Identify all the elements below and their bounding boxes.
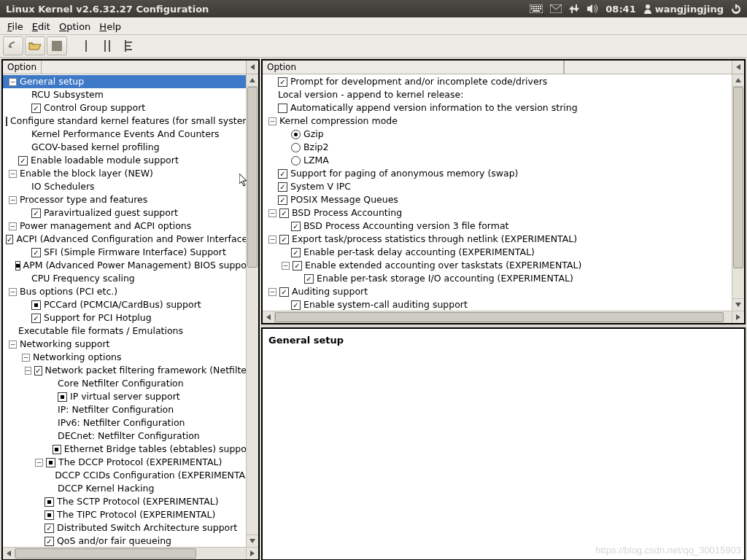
user-menu[interactable]: wangjingjing — [643, 4, 724, 15]
tree-row[interactable]: −Enable the block layer (NEW) — [3, 167, 258, 180]
tree-row[interactable]: CPU Frequency scaling — [3, 272, 258, 285]
single-view-button[interactable] — [76, 36, 96, 55]
svg-rect-11 — [533, 10, 540, 12]
tree-label: LZMA — [303, 154, 333, 167]
tree-row[interactable]: −Processor type and features — [3, 193, 258, 206]
left-hscroll[interactable] — [3, 547, 258, 559]
menu-option[interactable]: Option — [55, 20, 95, 34]
tree-row[interactable]: Core Netfilter Configuration — [3, 377, 258, 390]
menu-edit[interactable]: Edit — [28, 20, 55, 34]
tree-row[interactable]: ✓Control Group support — [3, 101, 258, 114]
tree-label: BSD Process Accounting version 3 file fo… — [303, 219, 513, 233]
tree-row[interactable]: ✓BSD Process Accounting version 3 file f… — [263, 219, 744, 233]
tree-row[interactable]: IO Schedulers — [3, 180, 258, 193]
left-col-option[interactable]: Option — [3, 61, 42, 74]
tree-row[interactable]: Local version - append to kernel release… — [263, 88, 744, 101]
tree-row[interactable]: ✓POSIX Message Queues — [263, 193, 744, 206]
tree-label: Distributed Switch Architecture support — [57, 521, 241, 534]
tree-row[interactable]: ✓System V IPC — [263, 180, 744, 193]
tree-label: System V IPC — [290, 180, 355, 193]
tree-row[interactable]: ✓SFI (Simple Firmware Interface) Support — [3, 246, 258, 259]
tree-row[interactable]: Automatically append version information… — [263, 101, 744, 114]
save-button[interactable] — [47, 36, 67, 55]
tree-row[interactable]: DECnet: Netfilter Configuration — [3, 429, 258, 443]
tree-row[interactable]: ✓Support for PCI Hotplug — [3, 311, 258, 324]
tree-row[interactable]: Bzip2 — [263, 141, 744, 154]
tree-label: Bus options (PCI etc.) — [20, 285, 122, 298]
tree-row[interactable]: −Power management and ACPI options — [3, 219, 258, 233]
svg-rect-3 — [535, 6, 537, 7]
full-view-button[interactable] — [120, 36, 140, 55]
tree-row[interactable]: IP: Netfilter Configuration — [3, 403, 258, 416]
right-panel: Option ✓Prompt for development and/or in… — [261, 59, 746, 324]
tree-row[interactable]: The SCTP Protocol (EXPERIMENTAL) — [3, 495, 258, 508]
tree-row[interactable]: −The DCCP Protocol (EXPERIMENTAL) — [3, 456, 258, 469]
tree-row[interactable]: Configure standard kernel features (for … — [3, 114, 258, 128]
tree-row[interactable]: DCCP CCIDs Configuration (EXPERIMENTAL) — [3, 469, 258, 482]
menu-help[interactable]: Help — [95, 20, 125, 34]
tree-row[interactable]: −Bus options (PCI etc.) — [3, 285, 258, 298]
tree-label: Prompt for development and/or incomplete… — [290, 75, 551, 88]
svg-rect-6 — [531, 8, 533, 9]
tree-row[interactable]: ✓Distributed Switch Architecture support — [3, 521, 258, 534]
tree-row[interactable]: −✓BSD Process Accounting — [263, 206, 744, 219]
tree-label: Enable loadable module support — [31, 154, 183, 167]
tree-row[interactable]: ✓Support for paging of anonymous memory … — [263, 167, 744, 180]
tree-row[interactable]: ✓ACPI (Advanced Configuration and Power … — [3, 233, 258, 246]
tree-row[interactable]: ✓Enable per-task delay accounting (EXPER… — [263, 246, 744, 259]
svg-rect-10 — [540, 8, 541, 9]
left-header-scroll[interactable] — [246, 61, 258, 74]
tree-row[interactable]: ✓Prompt for development and/or incomplet… — [263, 75, 744, 88]
tree-row[interactable]: −✓Enable extended accounting over taskst… — [263, 259, 744, 272]
open-button[interactable] — [25, 36, 45, 55]
tree-row[interactable]: PCCard (PCMCIA/CardBus) support — [3, 298, 258, 311]
right-tree[interactable]: ✓Prompt for development and/or incomplet… — [263, 74, 744, 311]
right-vscroll[interactable] — [732, 74, 744, 311]
clock[interactable]: 08:41 — [605, 4, 635, 15]
svg-rect-7 — [533, 8, 535, 9]
tree-row[interactable]: APM (Advanced Power Management) BIOS sup… — [3, 259, 258, 272]
tree-row[interactable]: Executable file formats / Emulations — [3, 324, 258, 338]
tree-row[interactable]: −✓Auditing support — [263, 285, 744, 298]
tree-row[interactable]: −Kernel compression mode — [263, 114, 744, 128]
tree-row[interactable]: −Networking options — [3, 351, 258, 364]
tree-row[interactable]: Gzip — [263, 128, 744, 141]
tree-row[interactable]: The TIPC Protocol (EXPERIMENTAL) — [3, 508, 258, 521]
keyboard-icon[interactable] — [530, 4, 543, 13]
tree-row[interactable]: ✓QoS and/or fair queueing — [3, 534, 258, 547]
tree-row[interactable]: RCU Subsystem — [3, 88, 258, 101]
right-hscroll[interactable] — [263, 311, 744, 323]
tree-row[interactable]: Ethernet Bridge tables (ebtables) suppor… — [3, 443, 258, 456]
tree-row[interactable]: ✓Enable loadable module support — [3, 154, 258, 167]
tree-row[interactable]: IP virtual server support — [3, 390, 258, 403]
right-header: Option — [263, 61, 744, 74]
tree-row[interactable]: IPv6: Netfilter Configuration — [3, 416, 258, 429]
volume-icon[interactable] — [587, 4, 598, 14]
tree-label: Control Group support — [44, 101, 150, 114]
svg-rect-5 — [540, 6, 541, 7]
menu-file[interactable]: File — [3, 20, 28, 34]
tree-label: Enable extended accounting over taskstat… — [305, 259, 586, 272]
tree-row[interactable]: −Networking support — [3, 338, 258, 351]
tree-row[interactable]: LZMA — [263, 154, 744, 167]
tree-row[interactable]: ✓Paravirtualized guest support — [3, 206, 258, 219]
tree-row[interactable]: −✓Export task/process statistics through… — [263, 233, 744, 246]
tree-row[interactable]: −✓Network packet filtering framework (Ne… — [3, 364, 258, 377]
tree-row[interactable]: DCCP Kernel Hacking — [3, 482, 258, 495]
tree-row[interactable]: ✓Enable per-task storage I/O accounting … — [263, 272, 744, 285]
right-col-option[interactable]: Option — [263, 61, 564, 74]
back-button[interactable] — [3, 36, 23, 55]
right-header-scroll[interactable] — [732, 61, 744, 74]
power-icon[interactable] — [731, 4, 741, 14]
tree-row[interactable]: GCOV-based kernel profiling — [3, 141, 258, 154]
tree-row[interactable]: Kernel Performance Events And Counters — [3, 128, 258, 141]
left-vscroll[interactable] — [246, 74, 258, 547]
tree-row[interactable]: −General setup — [3, 75, 258, 88]
network-icon[interactable] — [569, 4, 579, 14]
tree-label: SFI (Simple Firmware Interface) Support — [44, 246, 231, 259]
mail-icon[interactable] — [550, 4, 562, 13]
tree-row[interactable]: ✓Enable system-call auditing support — [263, 298, 744, 311]
left-tree[interactable]: −General setup RCU Subsystem ✓Control Gr… — [3, 74, 258, 547]
split-view-button[interactable] — [98, 36, 118, 55]
tree-label: ACPI (Advanced Configuration and Power I… — [16, 233, 258, 246]
